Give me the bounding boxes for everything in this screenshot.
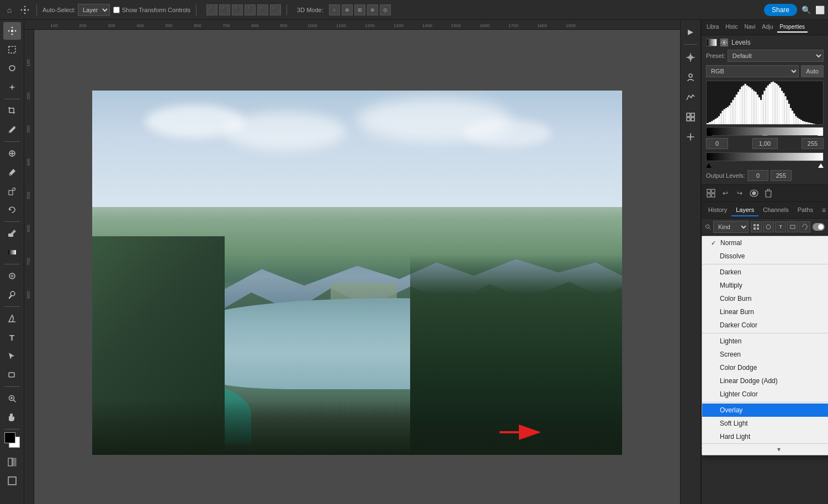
black-point-input[interactable]	[706, 138, 728, 149]
rpt-redo-icon[interactable]: ↪	[734, 187, 746, 199]
blend-color-burn[interactable]: Color Burn	[702, 292, 828, 305]
auto-button[interactable]: Auto	[801, 65, 824, 77]
filter-pixel-icon[interactable]	[751, 221, 762, 232]
3d-icon-4[interactable]: ⊗	[367, 4, 378, 15]
blend-overlay[interactable]: Overlay	[702, 404, 828, 417]
levels-visibility-icon[interactable]	[720, 39, 728, 46]
tab-paths[interactable]: Paths	[793, 204, 818, 216]
healing-brush-btn[interactable]	[3, 145, 21, 162]
path-selection-btn[interactable]	[3, 347, 21, 365]
filter-toggle[interactable]	[813, 223, 825, 231]
blend-scroll-down[interactable]: ▾	[702, 443, 828, 455]
channel-select[interactable]: RGB	[706, 65, 799, 77]
shape-btn[interactable]	[3, 366, 21, 384]
output-black-input[interactable]	[747, 170, 768, 181]
blend-soft-light[interactable]: Soft Light	[702, 417, 828, 430]
panel-toggle-btn[interactable]: ▶	[682, 23, 699, 40]
move-tool-btn[interactable]	[3, 22, 21, 40]
blend-lighten[interactable]: Lighten	[702, 335, 828, 348]
align-center-v-icon[interactable]: ⬛	[257, 4, 268, 15]
eraser-btn[interactable]	[3, 225, 21, 242]
tab-adju[interactable]: Adju	[760, 22, 776, 33]
output-white-input[interactable]	[771, 170, 792, 181]
eyedropper-btn[interactable]	[3, 121, 21, 139]
tab-histc[interactable]: Histc	[723, 22, 740, 33]
filter-kind-select[interactable]: Kind	[713, 221, 749, 233]
tab-history[interactable]: History	[704, 204, 731, 216]
clone-stamp-btn[interactable]	[3, 182, 21, 200]
align-top-icon[interactable]: ⬛	[245, 4, 256, 15]
adjustment-icon-3[interactable]	[682, 89, 699, 105]
dodge-btn[interactable]	[3, 286, 21, 304]
adjustment-icon-4[interactable]	[682, 109, 699, 125]
adjustment-icon-1[interactable]	[682, 49, 699, 66]
gradient-btn[interactable]	[3, 243, 21, 261]
3d-icon-2[interactable]: ⊕	[342, 4, 353, 15]
adjustment-icon-2[interactable]	[682, 69, 699, 86]
3d-icon-5[interactable]: ◎	[380, 4, 391, 15]
align-right-icon[interactable]: ⬛	[232, 4, 243, 15]
preset-select[interactable]: Default	[728, 50, 824, 62]
blend-darker-color[interactable]: Darker Color	[702, 319, 828, 332]
share-button[interactable]: Share	[764, 4, 797, 16]
midtone-input[interactable]	[752, 138, 778, 149]
transform-controls-checkbox[interactable]	[113, 7, 120, 13]
layers-menu-icon[interactable]: ≡	[822, 206, 826, 214]
crop-tool-btn[interactable]	[3, 102, 21, 120]
type-tool-btn[interactable]: T	[3, 328, 21, 346]
blend-dissolve[interactable]: Dissolve	[702, 250, 828, 263]
adjustment-icon-5[interactable]	[682, 129, 699, 145]
pen-tool-btn[interactable]	[3, 310, 21, 327]
blur-btn[interactable]	[3, 267, 21, 285]
blend-hard-light[interactable]: Hard Light	[702, 430, 828, 443]
blend-linear-burn[interactable]: Linear Burn	[702, 305, 828, 319]
quick-mask-btn[interactable]	[3, 453, 21, 471]
home-icon[interactable]: ⌂	[3, 4, 15, 16]
magic-wand-btn[interactable]	[3, 78, 21, 96]
filter-type-icon[interactable]: T	[775, 221, 786, 232]
blend-linear-dodge[interactable]: Linear Dodge (Add)	[702, 374, 828, 388]
rpt-eye-icon[interactable]	[748, 187, 760, 199]
hand-btn[interactable]	[3, 408, 21, 426]
blend-normal[interactable]: Normal	[702, 236, 828, 250]
black-point-slider[interactable]	[707, 131, 712, 136]
filter-smart-icon[interactable]	[799, 221, 810, 232]
auto-select-dropdown[interactable]: Layer	[78, 4, 110, 16]
lasso-tool-btn[interactable]	[3, 60, 21, 77]
output-white-slider[interactable]	[818, 163, 824, 168]
3d-icon-3[interactable]: ⊞	[354, 4, 365, 15]
white-point-slider[interactable]	[818, 131, 823, 136]
window-controls-icon[interactable]: ⬜	[815, 6, 825, 14]
zoom-btn[interactable]	[3, 390, 21, 407]
align-bottom-icon[interactable]: ⬛	[270, 4, 281, 15]
blend-darken[interactable]: Darken	[702, 266, 828, 279]
tab-layers[interactable]: Layers	[731, 204, 758, 216]
move-tool-icon[interactable]	[19, 4, 31, 16]
marquee-tool-btn[interactable]	[3, 41, 21, 59]
blend-screen[interactable]: Screen	[702, 348, 828, 361]
history-brush-btn[interactable]	[3, 201, 21, 219]
color-swatches[interactable]	[3, 432, 21, 451]
midtone-slider[interactable]	[762, 131, 768, 136]
canvas-viewport[interactable]	[34, 30, 680, 504]
rpt-delete-icon[interactable]	[762, 187, 774, 199]
tab-libra[interactable]: Libra	[704, 22, 721, 33]
align-center-h-icon[interactable]: ⬛	[219, 4, 230, 15]
rpt-grid-icon[interactable]	[705, 187, 717, 199]
3d-icon-1[interactable]: ○	[329, 4, 340, 15]
filter-shape-icon[interactable]	[787, 221, 798, 232]
align-left-icon[interactable]: ⬛	[206, 4, 217, 15]
tab-navi[interactable]: Navi	[741, 22, 758, 33]
screen-mode-btn[interactable]	[3, 472, 21, 490]
tab-channels[interactable]: Channels	[758, 204, 793, 216]
blend-lighter-color[interactable]: Lighter Color	[702, 388, 828, 401]
brush-tool-btn[interactable]	[3, 163, 21, 181]
filter-adj-icon[interactable]	[763, 221, 774, 232]
output-black-slider[interactable]	[706, 163, 712, 168]
foreground-color-swatch[interactable]	[4, 432, 15, 443]
tab-properties[interactable]: Properties	[777, 22, 808, 33]
blend-multiply[interactable]: Multiply	[702, 279, 828, 292]
rpt-undo-icon[interactable]: ↩	[719, 187, 731, 199]
blend-color-dodge[interactable]: Color Dodge	[702, 361, 828, 374]
white-point-input[interactable]	[802, 138, 824, 149]
